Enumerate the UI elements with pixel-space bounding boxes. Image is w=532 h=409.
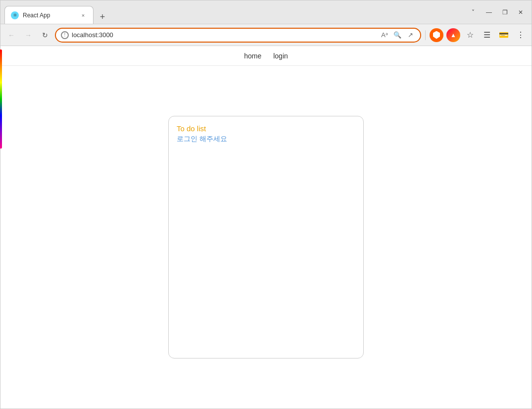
address-icons: Aᵃ 🔍 ↗ [380,30,415,40]
brave-shield-icon [433,31,440,39]
tab-strip: ⚛ React App × + [4,0,462,24]
nav-login-link[interactable]: login [273,52,288,60]
tab-close-button[interactable]: × [79,11,87,19]
minimize-button[interactable]: — [482,5,496,19]
address-bar[interactable]: ! localhost:3000 Aᵃ 🔍 ↗ [55,28,421,43]
forward-button[interactable]: → [21,28,35,42]
todo-title: To do list [177,124,355,133]
tab-title: React App [23,12,75,19]
menu-button[interactable]: ⋮ [514,28,528,42]
translate-icon[interactable]: Aᵃ [380,30,389,40]
bat-rewards-button[interactable]: ▲ [446,28,460,42]
page-content: home login To do list 로그인 해주세요 [0,46,532,409]
share-icon[interactable]: ↗ [405,30,415,40]
back-button[interactable]: ← [4,28,18,42]
main-content: To do list 로그인 해주세요 [0,66,532,409]
brave-shield-button[interactable] [430,28,443,42]
reload-button[interactable]: ↻ [38,28,52,42]
window-controls: ˅ — ❐ ✕ [466,5,528,19]
maximize-button[interactable]: ❐ [498,5,512,19]
rainbow-bar [0,50,2,149]
wallet-button[interactable]: 💳 [497,28,511,42]
sidebar-button[interactable]: ☰ [480,28,494,42]
title-bar: ⚛ React App × + ˅ — ❐ ✕ [0,0,532,24]
bookmark-button[interactable]: ☆ [463,28,477,42]
divider [425,30,426,40]
nav-home-link[interactable]: home [244,52,261,60]
active-tab[interactable]: ⚛ React App × [4,6,94,24]
todo-login-message: 로그인 해주세요 [177,135,355,144]
tab-favicon: ⚛ [11,11,19,19]
close-button[interactable]: ✕ [514,5,528,19]
address-bar-row: ← → ↻ ! localhost:3000 Aᵃ 🔍 ↗ ▲ ☆ ☰ 💳 ⋮ [0,24,532,46]
chevron-down-button[interactable]: ˅ [466,5,480,19]
security-icon: ! [61,31,69,39]
search-icon[interactable]: 🔍 [392,30,402,40]
todo-card: To do list 로그인 해주세요 [168,116,364,358]
app-nav: home login [0,46,532,66]
url-text: localhost:3000 [72,31,377,39]
new-tab-button[interactable]: + [96,10,109,24]
browser-window: ⚛ React App × + ˅ — ❐ ✕ ← → ↻ ! localhos… [0,0,532,409]
